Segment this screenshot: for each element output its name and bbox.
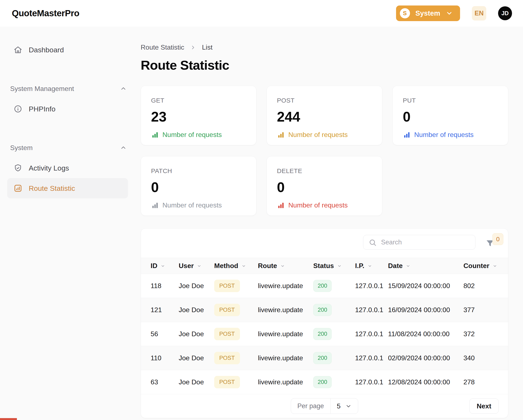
cell-ip: 127.0.0.1 [345,298,378,322]
cell-method: POST [204,274,248,298]
cell-date: 12/08/2024 00:00:00 [378,370,454,394]
breadcrumb-parent[interactable]: Route Statistic [141,43,184,51]
search-icon [368,238,377,246]
cell-route: livewire.update [248,370,303,394]
search-wrap [363,235,475,250]
search-input[interactable] [363,235,475,250]
stat-caption-text: Number of requests [288,131,348,139]
stat-value: 23 [151,109,246,125]
sidebar-item-route-statistic[interactable]: Route Statistic [7,178,128,198]
cell-ip: 127.0.0.1 [345,274,378,298]
per-page-select[interactable]: 5 [331,398,358,414]
tenant-switcher-button[interactable]: S System [396,6,460,21]
column-header-date[interactable]: Date [378,258,454,274]
stat-caption: Number of requests [277,131,372,139]
breadcrumb-current: List [202,43,212,51]
sort-chevron-icon [160,263,165,269]
sort-chevron-icon [280,263,285,269]
cell-status: 200 [303,346,345,370]
stat-value: 0 [403,109,498,125]
main-content: Route Statistic List Route Statistic GET… [141,27,508,418]
next-page-button[interactable]: Next [469,398,499,414]
column-header-status[interactable]: Status [303,258,345,274]
column-label: Route [258,262,277,270]
sidebar-item-dashboard[interactable]: Dashboard [7,40,128,60]
stat-value: 244 [277,109,372,125]
cell-route: livewire.update [248,274,303,298]
status-badge: 200 [313,376,332,388]
status-badge: 200 [313,280,332,292]
column-label: Date [388,262,403,270]
chevron-up-icon [120,144,127,151]
cell-counter: 372 [454,322,508,346]
column-header-user[interactable]: User [169,258,204,274]
cell-id: 63 [141,370,169,394]
filter-button[interactable]: 0 [485,237,499,248]
sort-chevron-icon [241,263,246,269]
cell-route: livewire.update [248,346,303,370]
language-switcher[interactable]: EN [472,6,486,20]
stat-caption: Number of requests [151,131,246,139]
table-toolbar: 0 [141,229,508,258]
column-label: I.P. [355,262,364,270]
home-icon [14,45,22,54]
cell-user: Joe Doe [169,322,204,346]
cell-user: Joe Doe [169,370,204,394]
table-row[interactable]: 56 Joe Doe POST livewire.update 200 127.… [141,322,508,346]
sidebar-section-system-management[interactable]: System Management [7,83,128,95]
method-badge: POST [214,304,240,316]
status-badge: 200 [313,328,332,340]
cell-user: Joe Doe [169,346,204,370]
sidebar-item-label: Dashboard [29,46,64,54]
chevron-right-icon [190,45,196,50]
table-row[interactable]: 121 Joe Doe POST livewire.update 200 127… [141,298,508,322]
stat-caption: Number of requests [403,131,498,139]
table-header-row: ID User Method Route Status I.P. Date Co… [141,258,508,274]
top-bar: QuoteMasterPro S System EN JD [0,0,523,27]
stat-caption-text: Number of requests [163,131,222,139]
column-header-route[interactable]: Route [248,258,303,274]
chevron-down-icon [446,10,453,17]
column-header-id[interactable]: ID [141,258,169,274]
table-row[interactable]: 118 Joe Doe POST livewire.update 200 127… [141,274,508,298]
filter-count-badge: 0 [492,233,503,245]
page-title: Route Statistic [141,58,508,73]
shield-check-icon [14,164,22,172]
cell-ip: 127.0.0.1 [345,346,378,370]
cell-method: POST [204,346,248,370]
mini-bar-chart-icon [151,201,159,209]
chevron-down-icon [345,403,351,409]
sort-chevron-icon [492,263,498,269]
user-avatar[interactable]: JD [498,6,512,20]
sort-chevron-icon [197,263,202,269]
mini-bar-chart-icon [277,201,285,209]
cell-method: POST [204,298,248,322]
stat-card-delete: DELETE 0 Number of requests [267,156,382,216]
table-row[interactable]: 63 Joe Doe POST livewire.update 200 127.… [141,370,508,394]
sidebar-item-label: PHPInfo [29,105,56,113]
stat-label: POST [277,97,372,104]
table-row[interactable]: 110 Joe Doe POST livewire.update 200 127… [141,346,508,370]
method-badge: POST [214,328,240,340]
stat-card-get: GET 23 Number of requests [141,86,256,145]
cell-status: 200 [303,322,345,346]
per-page-label: Per page [291,398,331,414]
column-header-counter[interactable]: Counter [454,258,508,274]
sidebar-item-phpinfo[interactable]: PHPInfo [7,99,128,119]
stat-label: DELETE [277,167,372,174]
routes-table: ID User Method Route Status I.P. Date Co… [141,258,508,394]
cell-id: 121 [141,298,169,322]
stat-label: GET [151,97,246,104]
stat-value: 0 [151,179,246,195]
cell-user: Joe Doe [169,274,204,298]
info-icon [14,104,22,113]
sidebar: Dashboard System Management PHPInfo Syst… [0,27,135,418]
mini-bar-chart-icon [151,131,159,139]
sidebar-section-system[interactable]: System [7,142,128,154]
per-page-value: 5 [337,402,341,410]
column-header-method[interactable]: Method [204,258,248,274]
column-label: Status [313,262,334,270]
column-header-ip[interactable]: I.P. [345,258,378,274]
sidebar-item-activity-logs[interactable]: Activity Logs [7,158,128,178]
cell-counter: 377 [454,298,508,322]
